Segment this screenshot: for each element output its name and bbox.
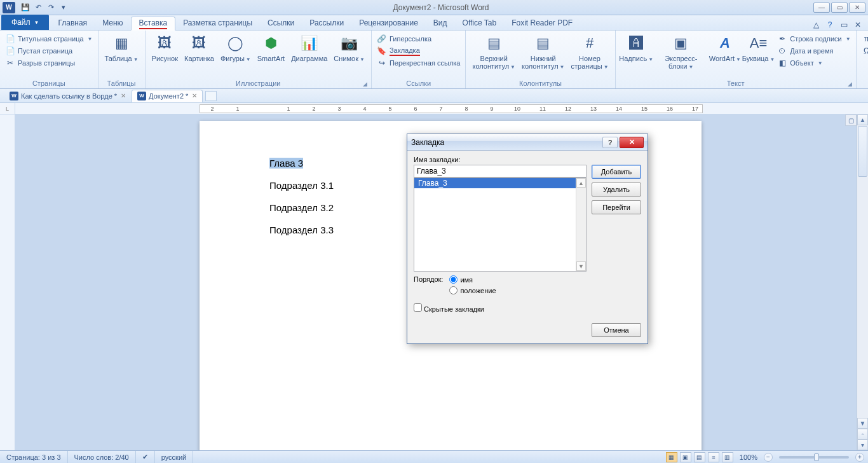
equation-button[interactable]: πФормула▼ <box>860 33 868 45</box>
maximize-button[interactable]: ▭ <box>831 3 848 13</box>
new-doc-tab-button[interactable] <box>205 91 217 101</box>
bookmark-list[interactable]: Глава_3 ▲ ▼ <box>414 177 587 272</box>
bookmark-button[interactable]: 🔖Закладка <box>376 45 462 57</box>
page-break-icon: ✂ <box>5 58 15 68</box>
status-proofing[interactable]: ✔ <box>136 451 155 463</box>
minimize-button[interactable]: — <box>813 3 830 13</box>
list-scroll-down-icon[interactable]: ▼ <box>576 261 586 271</box>
symbol-button[interactable]: ΩСимвол▼ <box>860 45 868 57</box>
dropcap-button[interactable]: A≡Буквица▼ <box>742 32 775 65</box>
ruler-corner[interactable]: L <box>0 103 15 114</box>
object-button[interactable]: ◧Объект▼ <box>776 57 851 69</box>
hyperlink-button[interactable]: 🔗Гиперссылка <box>376 33 462 45</box>
zoom-out-button[interactable]: − <box>764 453 773 462</box>
add-bookmark-button[interactable]: Добавить <box>592 165 641 179</box>
view-outline-button[interactable]: ≡ <box>708 452 719 462</box>
redo-icon[interactable]: ↷ <box>46 3 56 13</box>
prev-page-icon[interactable]: ◦ <box>857 429 868 439</box>
textbox-button[interactable]: 🅰Надпись▼ <box>620 32 653 65</box>
tab-home[interactable]: Главная <box>50 16 95 30</box>
file-tab[interactable]: Файл▼ <box>1 15 49 30</box>
chart-button[interactable]: 📊Диаграмма <box>288 32 330 64</box>
page-break-button[interactable]: ✂Разрыв страницы <box>4 57 94 69</box>
doc-tab-2[interactable]: W Документ2 * ✕ <box>132 90 203 102</box>
close-button[interactable]: ✕ <box>849 3 865 13</box>
smartart-button[interactable]: ⬢SmartArt <box>255 32 287 64</box>
hidden-bookmarks-checkbox[interactable]: Скрытые закладки <box>414 303 484 313</box>
blank-page-button[interactable]: 📄Пустая страница <box>4 45 94 57</box>
pagenumber-button[interactable]: #Номер страницы▼ <box>568 32 611 73</box>
quickparts-button[interactable]: ▣Экспресс-блоки▼ <box>654 32 708 73</box>
close-doc-icon[interactable]: ✕ <box>853 20 863 30</box>
scroll-thumb[interactable] <box>858 126 867 177</box>
tab-view[interactable]: Вид <box>426 16 455 30</box>
restore-window-icon[interactable]: ▭ <box>839 20 849 30</box>
tab-menu[interactable]: Меню <box>95 16 130 30</box>
tab-foxit[interactable]: Foxit Reader PDF <box>504 16 580 30</box>
cover-page-icon: 📄 <box>5 34 15 44</box>
cancel-button[interactable]: Отмена <box>592 323 641 337</box>
list-scroll-up-icon[interactable]: ▲ <box>576 178 586 188</box>
view-web-button[interactable]: ▤ <box>694 452 705 462</box>
header-button[interactable]: ▤Верхний колонтитул▼ <box>470 32 518 73</box>
view-draft-button[interactable]: ▥ <box>722 452 733 462</box>
bookmark-name-input[interactable] <box>414 165 587 177</box>
undo-icon[interactable]: ↶ <box>33 3 43 13</box>
view-print-layout-button[interactable]: ▦ <box>666 452 677 462</box>
vertical-ruler[interactable] <box>0 114 15 450</box>
close-tab-icon[interactable]: ✕ <box>121 92 126 99</box>
zoom-in-button[interactable]: + <box>855 453 864 462</box>
close-tab-icon[interactable]: ✕ <box>192 92 197 99</box>
tab-review[interactable]: Рецензирование <box>351 16 426 30</box>
datetime-button[interactable]: ⏲Дата и время <box>776 45 851 57</box>
crossref-button[interactable]: ↪Перекрестная ссылка <box>376 57 462 69</box>
selected-text[interactable]: Глава 3 <box>269 158 303 169</box>
qat-more-icon[interactable]: ▾ <box>58 3 69 13</box>
list-scrollbar[interactable]: ▲ ▼ <box>576 178 586 271</box>
scroll-down-icon[interactable]: ▼ <box>857 418 868 429</box>
zoom-slider[interactable] <box>779 456 849 459</box>
footer-button[interactable]: ▤Нижний колонтитул▼ <box>519 32 567 73</box>
clipart-button[interactable]: 🖼Картинка <box>182 32 217 64</box>
screenshot-button[interactable]: 📷Снимок▼ <box>331 32 367 65</box>
bookmark-list-item[interactable]: Глава_3 <box>414 178 586 188</box>
tab-office-tab[interactable]: Office Tab <box>455 16 505 30</box>
goto-bookmark-button[interactable]: Перейти <box>592 200 641 214</box>
vertical-scrollbar[interactable]: ▲ ▼ ◦ ▾ <box>857 114 868 450</box>
tab-insert[interactable]: Вставка <box>131 17 176 31</box>
save-icon[interactable]: 💾 <box>20 3 31 13</box>
status-language[interactable]: русский <box>155 451 193 463</box>
sort-by-position-radio[interactable]: положение <box>449 286 496 294</box>
next-page-icon[interactable]: ▾ <box>857 439 868 450</box>
picture-button[interactable]: 🖼Рисунок <box>149 32 181 64</box>
sort-by-name-radio[interactable]: имя <box>449 275 496 284</box>
dialog-titlebar[interactable]: Закладка ? ✕ <box>407 134 648 151</box>
ruler-toggle-icon[interactable]: ▢ <box>845 114 857 126</box>
shapes-button[interactable]: ◯Фигуры▼ <box>218 32 254 65</box>
tab-mailings[interactable]: Рассылки <box>302 16 351 30</box>
dialog-close-button[interactable]: ✕ <box>620 137 644 148</box>
delete-bookmark-button[interactable]: Удалить <box>592 183 641 197</box>
scroll-up-icon[interactable]: ▲ <box>857 114 868 125</box>
horizontal-ruler[interactable]: 211234567891011121314151617 <box>15 103 868 114</box>
view-fullscreen-button[interactable]: ▣ <box>680 452 691 462</box>
wordart-button[interactable]: AWordArt▼ <box>709 32 741 65</box>
signature-line-button[interactable]: ✒Строка подписи▼ <box>776 33 851 45</box>
table-button[interactable]: ▦ Таблица▼ <box>102 32 141 65</box>
group-headfoot: ▤Верхний колонтитул▼ ▤Нижний колонтитул▼… <box>466 31 615 88</box>
tab-page-layout[interactable]: Разметка страницы <box>175 16 260 30</box>
status-words[interactable]: Число слов: 2/40 <box>68 451 136 463</box>
zoom-knob[interactable] <box>814 453 819 461</box>
status-page[interactable]: Страница: 3 из 3 <box>0 451 68 463</box>
doc-tab-1[interactable]: W Как сделать ссылку в Ворде * ✕ <box>4 90 132 102</box>
group-links-label: Ссылки <box>376 79 462 88</box>
help-icon[interactable]: ? <box>825 20 835 30</box>
cover-page-button[interactable]: 📄Титульная страница▼ <box>4 33 94 45</box>
zoom-label[interactable]: 100% <box>740 453 757 461</box>
dialog-help-button[interactable]: ? <box>602 137 618 148</box>
window-controls: — ▭ ✕ <box>813 3 865 13</box>
group-headfoot-label: Колонтитулы <box>470 79 611 88</box>
minimize-ribbon-icon[interactable]: △ <box>811 20 821 30</box>
tab-references[interactable]: Ссылки <box>260 16 302 30</box>
textbox-icon: 🅰 <box>626 33 646 53</box>
